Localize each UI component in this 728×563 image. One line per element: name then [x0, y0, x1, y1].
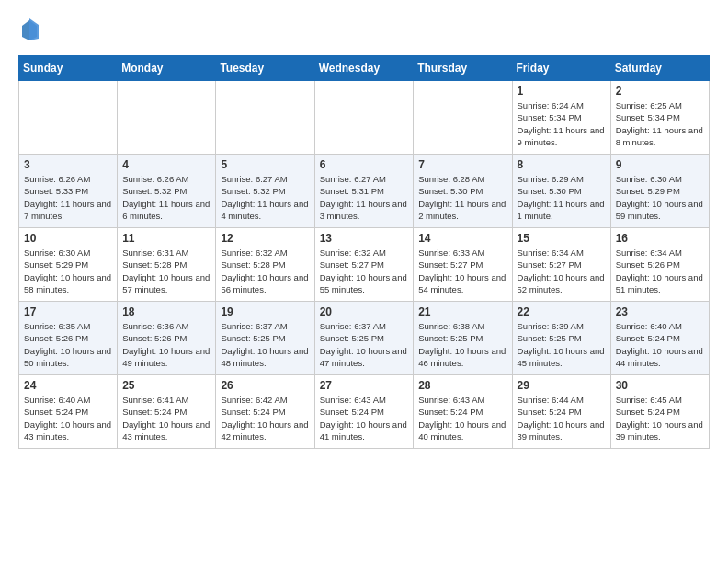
calendar-week-row: 17Sunrise: 6:35 AM Sunset: 5:26 PM Dayli…: [19, 302, 710, 375]
day-number: 17: [24, 305, 112, 318]
day-detail: Sunrise: 6:32 AM Sunset: 5:28 PM Dayligh…: [221, 247, 309, 295]
day-detail: Sunrise: 6:30 AM Sunset: 5:29 PM Dayligh…: [24, 247, 112, 295]
calendar-cell: 17Sunrise: 6:35 AM Sunset: 5:26 PM Dayli…: [19, 302, 118, 375]
day-number: 13: [320, 232, 409, 245]
day-detail: Sunrise: 6:29 AM Sunset: 5:30 PM Dayligh…: [518, 173, 606, 222]
calendar-cell: 29Sunrise: 6:44 AM Sunset: 5:24 PM Dayli…: [512, 375, 610, 449]
day-detail: Sunrise: 6:38 AM Sunset: 5:25 PM Dayligh…: [418, 320, 506, 369]
day-number: 22: [518, 305, 606, 318]
day-detail: Sunrise: 6:34 AM Sunset: 5:26 PM Dayligh…: [616, 247, 704, 295]
day-number: 29: [518, 379, 606, 392]
calendar-table: SundayMondayTuesdayWednesdayThursdayFrid…: [18, 55, 710, 449]
calendar-cell: [216, 81, 314, 155]
calendar-cell: 5Sunrise: 6:27 AM Sunset: 5:32 PM Daylig…: [216, 155, 314, 228]
day-number: 3: [24, 158, 112, 171]
logo-icon: [20, 18, 39, 40]
day-number: 9: [616, 158, 704, 171]
day-detail: Sunrise: 6:43 AM Sunset: 5:24 PM Dayligh…: [320, 394, 409, 442]
day-number: 5: [221, 158, 309, 171]
calendar-cell: 28Sunrise: 6:43 AM Sunset: 5:24 PM Dayli…: [414, 375, 512, 449]
logo: [18, 18, 40, 40]
day-detail: Sunrise: 6:44 AM Sunset: 5:24 PM Dayligh…: [518, 394, 606, 442]
calendar-cell: 9Sunrise: 6:30 AM Sunset: 5:29 PM Daylig…: [610, 155, 709, 228]
calendar-cell: [118, 81, 216, 155]
page-header: [18, 18, 710, 40]
day-detail: Sunrise: 6:42 AM Sunset: 5:24 PM Dayligh…: [221, 394, 309, 442]
calendar-cell: 16Sunrise: 6:34 AM Sunset: 5:26 PM Dayli…: [610, 228, 709, 302]
day-number: 10: [24, 232, 112, 245]
day-number: 28: [418, 379, 506, 392]
calendar-week-row: 1Sunrise: 6:24 AM Sunset: 5:34 PM Daylig…: [19, 81, 710, 155]
day-number: 21: [418, 305, 506, 318]
calendar-cell: 13Sunrise: 6:32 AM Sunset: 5:27 PM Dayli…: [314, 228, 414, 302]
col-header-friday: Friday: [512, 56, 610, 81]
day-detail: Sunrise: 6:45 AM Sunset: 5:24 PM Dayligh…: [616, 394, 704, 442]
calendar-cell: 10Sunrise: 6:30 AM Sunset: 5:29 PM Dayli…: [19, 228, 118, 302]
day-detail: Sunrise: 6:43 AM Sunset: 5:24 PM Dayligh…: [418, 394, 506, 442]
day-detail: Sunrise: 6:41 AM Sunset: 5:24 PM Dayligh…: [122, 394, 210, 442]
day-detail: Sunrise: 6:34 AM Sunset: 5:27 PM Dayligh…: [518, 247, 606, 295]
day-detail: Sunrise: 6:35 AM Sunset: 5:26 PM Dayligh…: [24, 320, 112, 369]
calendar-cell: 6Sunrise: 6:27 AM Sunset: 5:31 PM Daylig…: [314, 155, 414, 228]
day-number: 20: [320, 305, 409, 318]
col-header-sunday: Sunday: [19, 56, 118, 81]
day-detail: Sunrise: 6:28 AM Sunset: 5:30 PM Dayligh…: [418, 173, 506, 222]
svg-marker-1: [29, 18, 39, 40]
day-number: 24: [24, 379, 112, 392]
day-detail: Sunrise: 6:24 AM Sunset: 5:34 PM Dayligh…: [518, 99, 606, 148]
day-detail: Sunrise: 6:26 AM Sunset: 5:33 PM Dayligh…: [24, 173, 112, 222]
day-number: 14: [418, 232, 506, 245]
calendar-week-row: 24Sunrise: 6:40 AM Sunset: 5:24 PM Dayli…: [19, 375, 710, 449]
calendar-cell: 27Sunrise: 6:43 AM Sunset: 5:24 PM Dayli…: [314, 375, 414, 449]
day-number: 7: [418, 158, 506, 171]
calendar-cell: 1Sunrise: 6:24 AM Sunset: 5:34 PM Daylig…: [512, 81, 610, 155]
calendar-cell: 4Sunrise: 6:26 AM Sunset: 5:32 PM Daylig…: [118, 155, 216, 228]
calendar-cell: 22Sunrise: 6:39 AM Sunset: 5:25 PM Dayli…: [512, 302, 610, 375]
day-number: 16: [616, 232, 704, 245]
day-number: 4: [122, 158, 210, 171]
day-number: 30: [616, 379, 704, 392]
day-number: 27: [320, 379, 409, 392]
day-detail: Sunrise: 6:30 AM Sunset: 5:29 PM Dayligh…: [616, 173, 704, 222]
day-detail: Sunrise: 6:33 AM Sunset: 5:27 PM Dayligh…: [418, 247, 506, 295]
calendar-cell: 15Sunrise: 6:34 AM Sunset: 5:27 PM Dayli…: [512, 228, 610, 302]
calendar-cell: [314, 81, 414, 155]
calendar-cell: 20Sunrise: 6:37 AM Sunset: 5:25 PM Dayli…: [314, 302, 414, 375]
day-detail: Sunrise: 6:27 AM Sunset: 5:31 PM Dayligh…: [320, 173, 409, 222]
calendar-week-row: 10Sunrise: 6:30 AM Sunset: 5:29 PM Dayli…: [19, 228, 710, 302]
calendar-header-row: SundayMondayTuesdayWednesdayThursdayFrid…: [19, 56, 710, 81]
calendar-cell: 7Sunrise: 6:28 AM Sunset: 5:30 PM Daylig…: [414, 155, 512, 228]
day-number: 25: [122, 379, 210, 392]
day-number: 18: [122, 305, 210, 318]
day-detail: Sunrise: 6:40 AM Sunset: 5:24 PM Dayligh…: [24, 394, 112, 442]
calendar-cell: 2Sunrise: 6:25 AM Sunset: 5:34 PM Daylig…: [610, 81, 709, 155]
calendar-cell: [414, 81, 512, 155]
calendar-cell: 8Sunrise: 6:29 AM Sunset: 5:30 PM Daylig…: [512, 155, 610, 228]
day-number: 19: [221, 305, 309, 318]
col-header-tuesday: Tuesday: [216, 56, 314, 81]
day-number: 23: [616, 305, 704, 318]
calendar-cell: 3Sunrise: 6:26 AM Sunset: 5:33 PM Daylig…: [19, 155, 118, 228]
day-detail: Sunrise: 6:37 AM Sunset: 5:25 PM Dayligh…: [320, 320, 409, 369]
col-header-monday: Monday: [118, 56, 216, 81]
day-number: 6: [320, 158, 409, 171]
col-header-thursday: Thursday: [414, 56, 512, 81]
col-header-saturday: Saturday: [610, 56, 709, 81]
day-detail: Sunrise: 6:31 AM Sunset: 5:28 PM Dayligh…: [122, 247, 210, 295]
day-detail: Sunrise: 6:37 AM Sunset: 5:25 PM Dayligh…: [221, 320, 309, 369]
day-detail: Sunrise: 6:39 AM Sunset: 5:25 PM Dayligh…: [518, 320, 606, 369]
calendar-cell: 11Sunrise: 6:31 AM Sunset: 5:28 PM Dayli…: [118, 228, 216, 302]
day-number: 11: [122, 232, 210, 245]
calendar-cell: 25Sunrise: 6:41 AM Sunset: 5:24 PM Dayli…: [118, 375, 216, 449]
calendar-cell: 24Sunrise: 6:40 AM Sunset: 5:24 PM Dayli…: [19, 375, 118, 449]
calendar-cell: 14Sunrise: 6:33 AM Sunset: 5:27 PM Dayli…: [414, 228, 512, 302]
calendar-cell: 19Sunrise: 6:37 AM Sunset: 5:25 PM Dayli…: [216, 302, 314, 375]
calendar-cell: 30Sunrise: 6:45 AM Sunset: 5:24 PM Dayli…: [610, 375, 709, 449]
day-detail: Sunrise: 6:40 AM Sunset: 5:24 PM Dayligh…: [616, 320, 704, 369]
day-detail: Sunrise: 6:32 AM Sunset: 5:27 PM Dayligh…: [320, 247, 409, 295]
calendar-cell: [19, 81, 118, 155]
day-detail: Sunrise: 6:36 AM Sunset: 5:26 PM Dayligh…: [122, 320, 210, 369]
day-detail: Sunrise: 6:25 AM Sunset: 5:34 PM Dayligh…: [616, 99, 704, 148]
calendar-cell: 21Sunrise: 6:38 AM Sunset: 5:25 PM Dayli…: [414, 302, 512, 375]
day-number: 12: [221, 232, 309, 245]
